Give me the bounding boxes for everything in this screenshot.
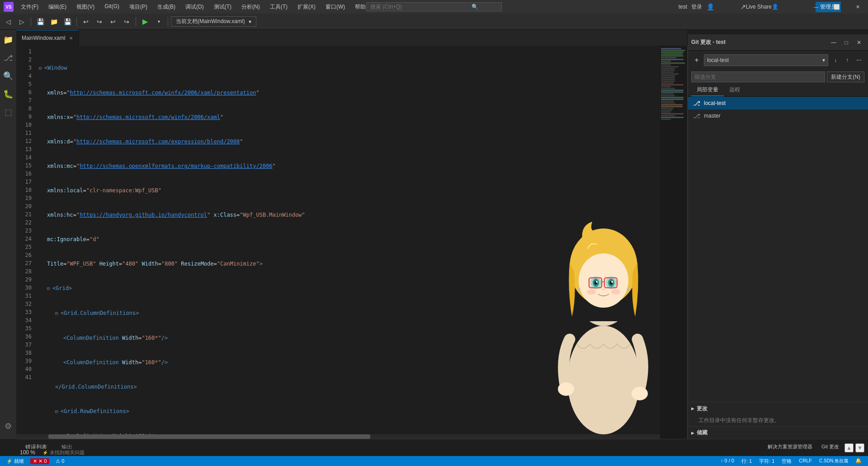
git-header-minimize-btn[interactable]: — (828, 37, 839, 48)
fetch-up-btn[interactable]: ↑ (842, 55, 853, 66)
branch-list: ⎇ local-test ⎇ master (688, 97, 868, 402)
close-button[interactable]: ✕ (847, 0, 868, 14)
stored-header[interactable]: ▸ 储藏 (688, 426, 868, 439)
live-share-button[interactable]: ↗ Live Share 👤 (737, 1, 782, 12)
menu-view[interactable]: 视图(V) (72, 1, 99, 13)
toolbar-run-btn[interactable]: ▶ (139, 15, 151, 28)
menu-analyze[interactable]: 分析(N) (237, 1, 264, 13)
fold-icon-11[interactable]: ⊟ (55, 309, 61, 318)
changes-section: ▸ 更改 工作目录中没有任何非暂存更改。 ▸ 储藏 (688, 402, 868, 439)
activity-settings-icon[interactable]: ⚙ (0, 418, 16, 434)
tab-local[interactable]: 局部变量 (691, 84, 724, 96)
toolbar-undo2-btn[interactable]: ↩ (107, 15, 119, 28)
editor-area[interactable]: 12345 678910 1112131415 1617181920 21222… (16, 46, 687, 439)
branch-item-master[interactable]: ⎇ master (688, 109, 868, 122)
status-git-sync[interactable]: ↑ 0 / 0 (718, 458, 737, 465)
activity-search-icon[interactable]: 🔍 (0, 68, 16, 84)
status-ready[interactable]: ⚡ 就绪 (4, 458, 27, 465)
menu-project[interactable]: 项目(P) (125, 1, 152, 13)
search-input[interactable] (370, 4, 470, 10)
live-share-person-icon: 👤 (772, 4, 778, 10)
zoom-display[interactable]: 100 % (20, 449, 35, 456)
line-numbers: 12345 678910 1112131415 1617181920 21222… (16, 46, 35, 439)
toolbar: ◁ ▷ 💾 📁 💾 ↩ ↪ ↩ ↪ ▶ ▾ 当前文档(MainWindow.xa… (0, 14, 868, 30)
status-space[interactable]: 空格 (779, 458, 794, 465)
fold-icon-15[interactable]: ⊟ (55, 408, 61, 416)
git-header-maximize-btn[interactable]: □ (841, 37, 852, 48)
menu-edit[interactable]: 编辑(E) (44, 1, 71, 13)
toolbar-run-dropdown[interactable]: ▾ (152, 15, 165, 28)
minimize-button[interactable]: — (806, 0, 826, 14)
filter-branch-input[interactable] (691, 71, 825, 82)
activity-extensions-icon[interactable]: ⬚ (0, 104, 16, 120)
signin-icon: 👤 (707, 3, 714, 10)
toolbar-redo-btn[interactable]: ↪ (93, 15, 106, 28)
vs-logo: VS (4, 2, 14, 12)
branch-more-btn[interactable]: ⋯ (854, 55, 864, 66)
activity-explorer-icon[interactable]: 📁 (0, 32, 16, 48)
tab-close-icon[interactable]: ✕ (69, 36, 73, 41)
fold-icon-1[interactable]: ⊟ (39, 64, 44, 72)
menu-file[interactable]: 文件(F) (16, 1, 43, 13)
editor-tabs: MainWindow.xaml ✕ (16, 30, 687, 46)
toolbar-save-btn[interactable]: 💾 (61, 15, 74, 28)
menu-test[interactable]: 测试(T) (209, 1, 236, 13)
restore-button[interactable]: ⬜ (826, 0, 847, 14)
new-branch-button[interactable]: 新建分支(N) (827, 71, 864, 82)
status-crlf[interactable]: CRLF (796, 458, 815, 465)
menu-debug[interactable]: 调试(D) (181, 1, 208, 13)
toolbar-undo-btn[interactable]: ↩ (80, 15, 92, 28)
status-notifications[interactable]: 🔔 (853, 458, 864, 465)
status-line[interactable]: 行: 1 (739, 458, 755, 465)
toolbar-forward-btn[interactable]: ▷ (15, 15, 28, 28)
git-header-close-btn[interactable]: ✕ (854, 37, 864, 48)
current-doc-dropdown[interactable]: 当前文档(MainWindow.xaml) ▾ (171, 16, 256, 27)
toolbar-redo2-btn[interactable]: ↪ (120, 15, 133, 28)
toolbar-sep-1 (31, 17, 31, 26)
status-indicator: ⚡ 未找到相关问题 (42, 449, 85, 456)
menu-build[interactable]: 生成(B) (153, 1, 180, 13)
solution-explorer-btn[interactable]: 解决方案资源管理器 (764, 443, 816, 452)
branch-dropdown[interactable]: local-test ▾ (704, 54, 828, 66)
panel-down-btn[interactable]: ▼ (855, 443, 864, 452)
status-issues: 未找到相关问题 (50, 449, 85, 456)
fetch-down-btn[interactable]: ↓ (830, 55, 841, 66)
changes-header[interactable]: ▸ 更改 (688, 402, 868, 415)
editor-status-strip: 100 % ⚡ 未找到相关问题 (16, 449, 88, 456)
branch-item-local-test[interactable]: ⎇ local-test (688, 97, 868, 109)
menu-window[interactable]: 窗口(W) (321, 1, 349, 13)
code-editor[interactable]: ⊟<Window xmlns="http://schemas.microsoft… (35, 46, 687, 439)
tab-remote[interactable]: 远程 (724, 84, 745, 96)
fold-icon-10[interactable]: ⊟ (47, 285, 52, 293)
menu-git[interactable]: Git(G) (100, 1, 124, 13)
branch-name-label: local-test (707, 57, 729, 63)
tab-mainwindow-xaml[interactable]: MainWindow.xaml ✕ (16, 30, 79, 46)
status-col[interactable]: 字符: 1 (756, 458, 777, 465)
code-line-7: xmlns:hc="https://handyorg.github.io/han… (35, 211, 687, 219)
activity-debug-icon[interactable]: 🐛 (0, 86, 16, 102)
scrollbar-thumb[interactable] (48, 434, 370, 439)
code-line-8: mc:Ignorable="d" (35, 235, 687, 243)
add-branch-button[interactable]: + (691, 55, 702, 66)
code-line-3: xmlns:x="http://schemas.microsoft.com/wi… (35, 113, 687, 121)
status-warnings[interactable]: ⚠ 0 (53, 458, 67, 464)
toolbar-open-btn[interactable]: 📁 (47, 15, 60, 28)
search-icon: 🔍 (472, 4, 478, 10)
signin-label[interactable]: 登录 (689, 1, 705, 13)
resize-handle[interactable] (687, 46, 688, 439)
code-line-13: <ColumnDefinition Width="160*"/> (35, 358, 687, 366)
status-errors[interactable]: ✕ ✕ 0 (30, 458, 49, 464)
menu-extensions[interactable]: 扩展(X) (293, 1, 320, 13)
status-encoding[interactable]: C.SDN.鱼挂属 (816, 458, 851, 465)
git-changes-btn[interactable]: Git 更改 (818, 443, 843, 452)
git-panel-title: Git 更改 - test (691, 38, 826, 46)
menu-tools[interactable]: 工具(T) (265, 1, 292, 13)
panel-up-btn[interactable]: ▲ (844, 443, 854, 452)
editor-horizontal-scrollbar[interactable] (16, 434, 660, 439)
code-line-12: <ColumnDefinition Width="160*"/> (35, 334, 687, 342)
bottom-panel: 错误列表 输出 解决方案资源管理器 Git 更改 ▲ ▼ (16, 439, 868, 456)
toolbar-back-btn[interactable]: ◁ (2, 15, 14, 28)
code-line-9: Title="WPF_USB" Height="480" Width="800"… (35, 260, 687, 268)
activity-git-icon[interactable]: ⎇ (0, 50, 16, 66)
toolbar-save-all-btn[interactable]: 💾 (34, 15, 47, 28)
